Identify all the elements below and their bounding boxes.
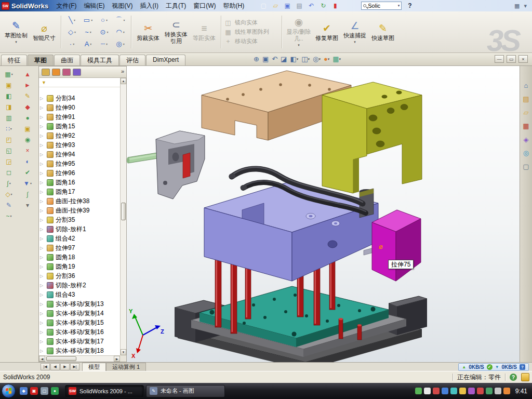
toolbar-icon[interactable]: ▣▾ [20,124,35,134]
panel-overflow-chevron[interactable]: » [121,68,124,74]
scroll-left-icon[interactable]: ◀ [39,356,45,362]
expand-arrow-icon[interactable]: ▷ [40,246,45,250]
help-roundel-icon[interactable]: ? [510,374,517,381]
expand-arrow-icon[interactable]: ▷ [40,124,45,129]
toolbar-icon[interactable]: ◇▾ [2,189,16,199]
scrollbar-thumb[interactable] [46,356,76,361]
tree-item[interactable]: ▷ 拉伸94 [39,150,120,159]
tray-icon[interactable] [477,388,484,394]
toolbar-icon[interactable]: ◐▾ [20,156,35,166]
sketch-draw-button[interactable]: ✎ 草图绘制 ▾ [2,13,30,51]
section-view-icon[interactable]: ◪▾ [281,55,287,64]
zoom-area-icon[interactable]: ▣▾ [262,55,269,64]
new-document-icon[interactable]: ▢ [259,2,268,10]
sketch-fillet-tool-icon[interactable]: ◠▾ [112,26,128,38]
propertymanager-tab[interactable] [52,69,60,76]
arc-tool-icon[interactable]: ⌒▾ [112,14,128,26]
convert-entities-button[interactable]: ⊂ 转换实体引用 ▾ [162,13,190,51]
centerline-tool-icon[interactable]: ┄▾ [96,38,112,50]
expand-arrow-icon[interactable]: ▷ [40,274,45,278]
rebuild-icon[interactable]: ↻ [319,2,327,10]
tray-icon[interactable] [503,388,510,394]
tray-icon[interactable] [424,388,431,394]
toolbox-icon[interactable]: ▦ [523,122,529,130]
animation-nav-button[interactable]: ▶ [60,363,70,370]
construction-geometry-icon[interactable]: ◎▾ [112,38,128,50]
menu-item[interactable]: 编辑(E) [81,0,109,12]
search-input[interactable]: Solic ▾ [361,2,402,10]
tree-item[interactable]: ▷ 实体-移动/复制15 [39,318,120,327]
toolbar-icon[interactable]: ✎▾ [20,91,35,101]
scroll-up-icon[interactable]: ▲ [121,78,126,84]
toolbar-icon[interactable]: ∷▾ [2,124,16,134]
point-tool-icon[interactable]: ·▾ [64,38,80,50]
command-tab[interactable]: 曲面 [54,55,80,65]
resources-home-icon[interactable]: ⌂ [524,82,528,89]
expand-arrow-icon[interactable]: ▷ [40,134,45,138]
menu-item[interactable]: 插入(I) [137,0,162,12]
toolbar-icon[interactable]: ◰▾ [2,135,16,144]
scenes-icon[interactable]: ◎ [523,149,529,157]
command-tab[interactable]: 草图 [28,55,54,65]
document-tab[interactable]: 模型 [82,363,106,371]
document-tab[interactable]: 运动算例 1 [106,363,146,371]
tree-horizontal-scrollbar[interactable]: ◀ ▶ [39,355,120,362]
expand-arrow-icon[interactable]: ▷ [40,180,45,185]
expand-arrow-icon[interactable]: ▷ [40,143,45,148]
toolbar-icon[interactable]: ◻▾ [2,167,16,177]
tree-item[interactable]: ▷ 切除-放样1 [39,224,120,234]
linear-sketch-pattern-button[interactable]: ▦ 线性草图阵列 [224,28,279,36]
toolbar-icon[interactable]: ∫▾ [2,178,16,188]
toolbar-icon[interactable]: ◉▾ [20,135,35,144]
taskbar-task[interactable]: SW SolidWorks 2009 - ... [65,385,144,397]
quick-launch-icon[interactable]: ▣ [30,387,38,395]
tree-item[interactable]: ▷ 圆角16 [39,178,120,187]
tree-item[interactable]: ▷ 拉伸96 [39,168,120,178]
display-delete-relations-button[interactable]: ◉ 显示/删除几.. ▾ [285,13,313,51]
toolbar-icon[interactable]: ✎▾ [2,200,16,210]
tree-item[interactable]: ▷ 分割36 [39,271,120,281]
expand-arrow-icon[interactable]: ▷ [40,115,45,119]
tree-item[interactable]: ▷ 圆角15 [39,122,120,131]
configurationmanager-tab[interactable] [62,69,71,76]
toolbar-icon[interactable]: ▲▾ [20,69,35,79]
tree-item[interactable]: ▷ 实体-移动/复制18 [39,346,120,355]
polygon-tool-icon[interactable]: ◇▾ [64,26,80,38]
info-icon[interactable]: ? [520,364,525,370]
toolbar-flyout-icon[interactable]: ▦ [514,3,520,9]
smart-dimension-button[interactable]: ⌀ 智能尺寸 ▾ [30,13,58,51]
menu-item[interactable]: 工具(T) [162,0,190,12]
toolbar-icon[interactable]: ▦▾ [2,69,16,79]
tree-item[interactable]: ▷ 切除-放样2 [39,281,120,290]
toolbar-icon[interactable]: ▾▾ [20,200,35,210]
help-icon[interactable]: ? [408,2,411,9]
expand-arrow-icon[interactable]: ▷ [40,349,45,353]
start-button[interactable] [2,384,16,398]
restore-button[interactable]: ▭ [507,55,516,63]
tray-icon[interactable] [442,388,448,394]
scroll-down-icon[interactable]: ▼ [121,349,126,355]
animation-nav-button[interactable]: |◀ [41,363,50,370]
edit-appearance-icon[interactable]: ●▾ [324,55,329,64]
tree-item[interactable]: ▷ 实体-移动/复制17 [39,337,120,346]
animation-nav-button[interactable]: ◀ [50,363,60,370]
tree-item[interactable]: ▷ 实体-移动/复制14 [39,309,120,318]
print-icon[interactable]: ▤ [295,2,303,10]
line-tool-icon[interactable]: ╲▾ [64,14,80,26]
tree-item[interactable]: ▷ 实体-移动/复制13 [39,299,120,309]
menu-item[interactable]: 文件(F) [52,0,80,12]
expand-arrow-icon[interactable]: ▷ [40,96,45,101]
clipboard-icon[interactable] [521,373,529,381]
network-speed-widget[interactable]: ▲ 0KB/S ✔ ▼ 0KB/S ? [458,363,529,371]
undo-icon[interactable]: ↶ [307,2,315,10]
panel-toggle-icon[interactable]: ▾ [524,3,527,9]
toolbar-icon[interactable]: ▣▾ [2,80,16,90]
toolbar-icon[interactable]: ◱▾ [2,145,16,155]
toolbar-icon[interactable]: ▼▾ [20,178,35,188]
tree-item[interactable]: ▷ 拉伸92 [39,131,120,140]
repair-sketch-button[interactable]: ✔ 修复草图 ▾ [313,13,341,51]
expand-arrow-icon[interactable]: ▷ [40,292,45,297]
filter-funnel-icon[interactable]: ▼ [42,80,46,85]
tree-item[interactable]: ▷ 圆角19 [39,262,120,271]
taskbar-task[interactable]: ✎ 未命名 - 画图 [146,385,225,397]
